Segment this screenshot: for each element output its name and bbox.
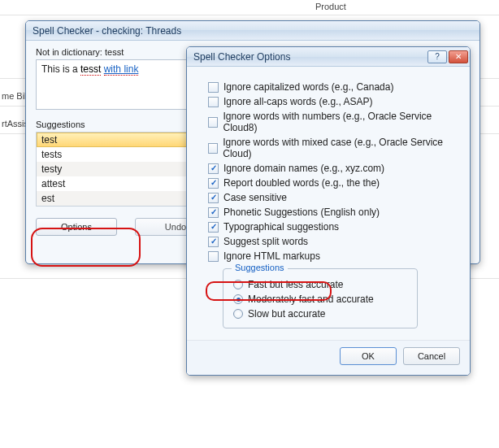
checkbox-label: Typographical suggestions [223, 221, 339, 233]
checkbox-row[interactable]: Ignore domain names (e.g., xyz.com) [208, 163, 457, 174]
checkbox-label: Ignore domain names (e.g., xyz.com) [223, 163, 384, 174]
checkbox-label: Ignore words with mixed case (e.g., Orac… [223, 137, 457, 159]
radio-label: Slow but accurate [248, 308, 325, 320]
options-body: Ignore capitalized words (e.g., Canada)I… [187, 67, 470, 340]
spell-checker-title: Spell Checker - checking: Threads [33, 25, 478, 37]
checkbox-row[interactable]: Ignore words with mixed case (e.g., Orac… [208, 137, 457, 159]
bg-product-label: Product [315, 2, 346, 11]
radio-label: Fast but less accurate [248, 279, 343, 290]
spell-checker-titlebar: Spell Checker - checking: Threads [26, 21, 479, 41]
suggestions-fieldset: SuggestionsFast but less accurateModerat… [223, 268, 418, 328]
radio-label: Moderately fast and accurate [248, 294, 374, 305]
checkbox[interactable] [208, 117, 218, 128]
ok-button[interactable]: OK [340, 347, 397, 365]
checkbox-row[interactable]: Typographical suggestions [208, 221, 457, 233]
close-button[interactable]: ✕ [449, 50, 468, 63]
checkbox-row[interactable]: Phonetic Suggestions (English only) [208, 207, 457, 218]
radio[interactable] [233, 280, 243, 289]
checkbox[interactable] [208, 178, 219, 189]
checkbox-row[interactable]: Ignore all-caps words (e.g., ASAP) [208, 96, 457, 107]
radio[interactable] [233, 294, 243, 304]
checkbox-label: Case sensitive [223, 192, 287, 203]
checkbox[interactable] [208, 82, 219, 93]
checkbox-label: Ignore words with numbers (e.g., Oracle … [223, 111, 457, 133]
radio-row[interactable]: Fast but less accurate [233, 279, 407, 290]
checkbox-label: Report doubled words (e.g., the the) [223, 177, 380, 189]
options-title: Spell Checker Options [193, 51, 426, 63]
checkbox[interactable] [208, 143, 218, 154]
checkbox-label: Suggest split words [223, 236, 308, 247]
checkbox-row[interactable]: Ignore HTML markups [208, 250, 457, 262]
checkbox[interactable] [208, 251, 219, 262]
options-button[interactable]: Options [36, 218, 117, 236]
radio-row[interactable]: Moderately fast and accurate [233, 294, 407, 305]
checkbox[interactable] [208, 163, 219, 174]
radio-row[interactable]: Slow but accurate [233, 308, 407, 320]
checkbox-row[interactable]: Ignore words with numbers (e.g., Oracle … [208, 111, 457, 133]
checkbox-row[interactable]: Suggest split words [208, 236, 457, 247]
checkbox-label: Phonetic Suggestions (English only) [223, 207, 380, 218]
checkbox[interactable] [208, 237, 219, 247]
context-misspelled-word: tesst [80, 63, 101, 76]
checkbox[interactable] [208, 97, 219, 107]
checkbox[interactable] [208, 193, 219, 203]
checkbox-label: Ignore all-caps words (e.g., ASAP) [223, 96, 372, 107]
options-titlebar: Spell Checker Options ? ✕ [187, 47, 470, 67]
cancel-button[interactable]: Cancel [403, 347, 460, 365]
radio[interactable] [233, 309, 243, 319]
checkbox-row[interactable]: Report doubled words (e.g., the the) [208, 177, 457, 189]
context-link-text[interactable]: with link [104, 63, 139, 76]
checkbox-label: Ignore capitalized words (e.g., Canada) [223, 81, 393, 93]
options-footer: OK Cancel [187, 340, 470, 375]
spell-checker-options-window: Spell Checker Options ? ✕ Ignore capital… [186, 46, 471, 376]
suggestions-legend: Suggestions [232, 263, 288, 272]
checkbox-row[interactable]: Case sensitive [208, 192, 457, 203]
help-button[interactable]: ? [427, 50, 447, 63]
checkbox-label: Ignore HTML markups [223, 250, 320, 262]
checkbox[interactable] [208, 222, 219, 233]
context-text-prefix: This is a [41, 63, 80, 75]
checkbox[interactable] [208, 207, 219, 218]
checkbox-row[interactable]: Ignore capitalized words (e.g., Canada) [208, 81, 457, 93]
